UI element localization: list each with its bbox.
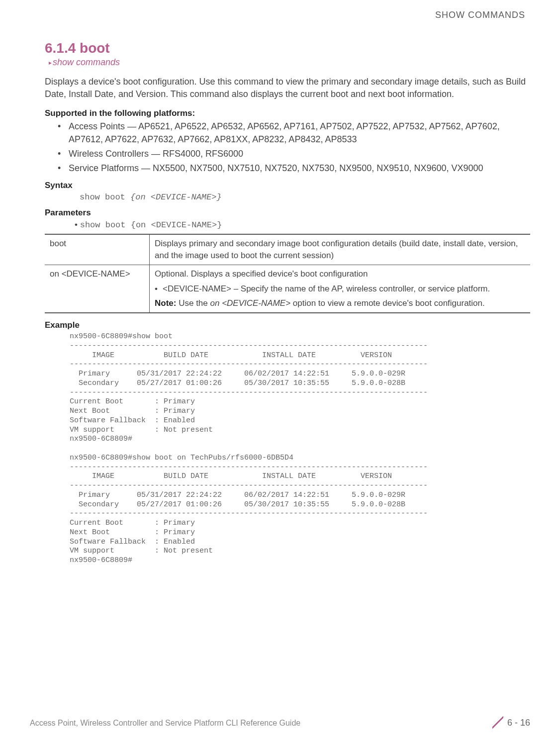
- footer-title: Access Point, Wireless Controller and Se…: [30, 719, 300, 728]
- param-desc-bullet: <DEVICE-NAME> – Specify the name of the …: [155, 283, 525, 295]
- syntax-text: show boot: [80, 192, 130, 202]
- note-after: option to view a remote device's boot co…: [290, 298, 485, 308]
- param-name: boot: [45, 234, 150, 265]
- example-output: nx9500-6C8809#show boot ----------------…: [70, 332, 530, 566]
- breadcrumb-arrow-icon: ▸: [49, 59, 52, 66]
- example-heading: Example: [45, 320, 530, 330]
- list-item: Wireless Controllers — RFS4000, RFS6000: [69, 148, 530, 160]
- param-text: show boot: [80, 220, 131, 230]
- param-desc-line: Optional. Displays a specified device's …: [155, 268, 525, 280]
- section-heading: 6.1.4 boot: [45, 40, 530, 56]
- page-header: SHOW COMMANDS: [45, 10, 530, 20]
- parameter-line: show boot {on <DEVICE-NAME>}: [75, 220, 530, 230]
- param-arg: {on <DEVICE-NAME>}: [131, 220, 222, 230]
- param-desc: Displays primary and secondary image boo…: [150, 234, 531, 265]
- syntax-arg: {on <DEVICE-NAME>}: [130, 192, 222, 202]
- platforms-heading: Supported in the following platforms:: [45, 108, 530, 118]
- note-italic: on <DEVICE-NAME>: [210, 298, 291, 308]
- section-description: Displays a device's boot configuration. …: [45, 76, 530, 100]
- breadcrumb-text: show commands: [53, 57, 120, 67]
- breadcrumb[interactable]: ▸show commands: [49, 57, 530, 68]
- table-row: boot Displays primary and secondary imag…: [45, 234, 530, 265]
- note-before: Use the: [176, 298, 210, 308]
- syntax-line: show boot {on <DEVICE-NAME>}: [80, 192, 530, 202]
- page-number-box: 6 - 16: [492, 718, 530, 728]
- page-footer: Access Point, Wireless Controller and Se…: [30, 718, 530, 728]
- table-row: on <DEVICE-NAME> Optional. Displays a sp…: [45, 265, 530, 313]
- list-item: Service Platforms — NX5500, NX7500, NX75…: [69, 162, 530, 175]
- page-number: 6 - 16: [507, 718, 530, 728]
- syntax-heading: Syntax: [45, 181, 530, 190]
- param-desc: Optional. Displays a specified device's …: [150, 265, 531, 313]
- param-note: Note: Use the on <DEVICE-NAME> option to…: [155, 297, 525, 309]
- note-label: Note:: [155, 298, 176, 308]
- list-item: Access Points — AP6521, AP6522, AP6532, …: [69, 120, 530, 145]
- param-name: on <DEVICE-NAME>: [45, 265, 150, 313]
- platforms-list: Access Points — AP6521, AP6522, AP6532, …: [45, 120, 530, 175]
- parameters-heading: Parameters: [45, 208, 530, 218]
- parameters-table: boot Displays primary and secondary imag…: [45, 234, 530, 313]
